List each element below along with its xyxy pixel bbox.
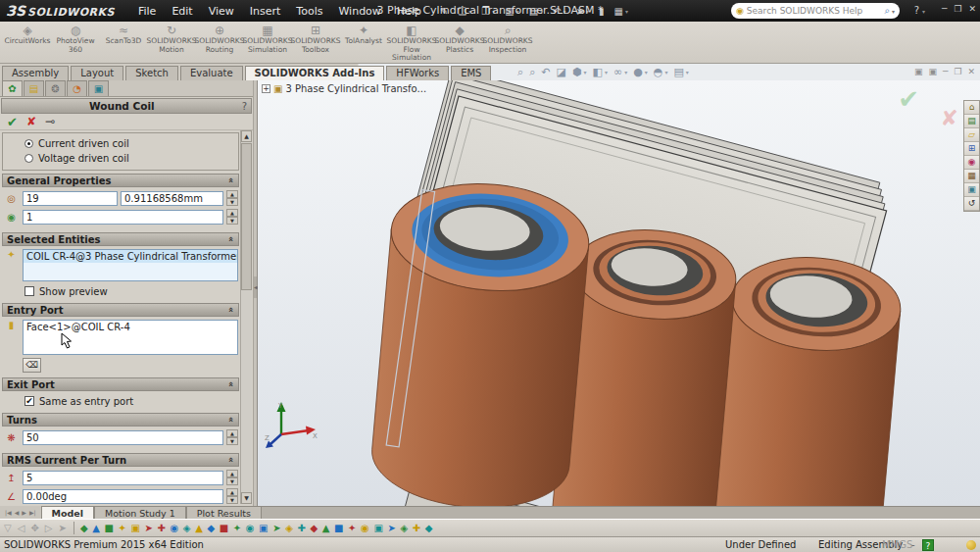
filter-tool-icon[interactable]: ▽ <box>4 523 12 533</box>
task-pane-tab[interactable]: ▤ <box>964 115 979 128</box>
ems-tool-icon[interactable]: ➤ <box>272 522 280 535</box>
ems-tool-icon[interactable]: ✚ <box>297 522 305 535</box>
menu-item[interactable]: Tools <box>288 2 330 21</box>
menu-item[interactable]: View <box>201 2 242 21</box>
manager-tab[interactable]: ▣ <box>88 80 109 96</box>
scroll-up-icon[interactable]: ▲ <box>241 130 252 142</box>
scroll-thumb[interactable] <box>241 143 252 290</box>
ribbon-addin-button[interactable]: ◍ PhotoView 360 <box>52 24 99 63</box>
window-button[interactable]: ─ <box>942 4 947 14</box>
graphics-area[interactable]: + ▣ 3 Phase Cylindrical Transfo... ✔ ✘ ⌂… <box>258 80 980 506</box>
command-tab[interactable]: EMS <box>451 66 491 80</box>
ems-tool-icon[interactable]: ◆ <box>425 522 433 535</box>
window-button[interactable]: ✕ <box>968 4 976 14</box>
manager-tab[interactable]: ❂ <box>45 80 66 96</box>
collapse-icon[interactable]: « <box>226 177 236 183</box>
ems-tool-icon[interactable]: ◈ <box>400 522 408 535</box>
help-status-icon[interactable]: ? <box>922 539 934 551</box>
filter-tool-icon[interactable]: ▷ <box>45 523 53 533</box>
document-tab[interactable]: Motion Study 1 <box>94 506 186 519</box>
doc-window-button[interactable]: ─ <box>943 67 948 76</box>
filter-tool-icon[interactable]: ✥ <box>30 523 38 533</box>
section-header[interactable]: Selected Entities « <box>2 232 239 246</box>
ribbon-addin-button[interactable]: ⊕ SOLIDWORKS Routing <box>196 24 243 63</box>
help-menu-button[interactable]: ? <box>914 5 925 16</box>
view-tool-icon[interactable]: ↶ <box>541 66 550 78</box>
turns-input[interactable]: 50 <box>23 430 223 445</box>
tab-scroll-icon[interactable]: ◀ <box>15 509 20 516</box>
view-tool-icon[interactable]: ⌕ <box>529 66 535 78</box>
spinner[interactable]: ▲▼ <box>226 470 238 485</box>
document-tab[interactable]: Plot Results <box>186 506 262 519</box>
ems-tool-icon[interactable]: ▣ <box>373 522 382 535</box>
selected-entities-list[interactable]: COIL CR-4@3 Phase Cylindrical Transforme… <box>23 249 238 281</box>
show-preview-option[interactable]: Show preview <box>24 284 238 298</box>
ribbon-addin-button[interactable]: ◈ CircuitWorks <box>4 24 51 63</box>
wire-gauge-input[interactable]: 19 <box>23 191 118 206</box>
ribbon-addin-button[interactable]: ✦ TolAnalyst <box>340 24 387 63</box>
entry-port-item[interactable]: Face<1>@COIL CR-4 <box>24 321 237 333</box>
view-tool-icon[interactable]: ∞ <box>613 66 627 78</box>
selected-entity-item[interactable]: COIL CR-4@3 Phase Cylindrical Transforme… <box>24 250 237 263</box>
scroll-down-icon[interactable]: ▼ <box>241 492 252 504</box>
task-pane-tab[interactable]: ▦ <box>964 170 979 183</box>
doc-window-button[interactable]: ▣ <box>928 67 937 76</box>
view-tool-icon[interactable]: ⬢ <box>572 66 587 78</box>
ems-tool-icon[interactable]: ▲ <box>322 522 330 535</box>
command-tab[interactable]: Assembly <box>2 66 69 80</box>
ribbon-addin-button[interactable]: ◆ SOLIDWORKS Plastics <box>436 24 483 63</box>
section-header[interactable]: Exit Port « <box>2 377 239 391</box>
search-icon[interactable]: ⌕ <box>884 5 890 17</box>
manager-tab[interactable]: ✿ <box>2 80 23 96</box>
wire-diameter-input[interactable]: 0.91168568mm <box>121 191 223 206</box>
window-button[interactable]: ❐ <box>954 4 961 14</box>
ems-tool-icon[interactable]: ▲ <box>92 522 100 535</box>
ribbon-addin-button[interactable]: ◧ SOLIDWORKS Flow Simulation <box>388 24 435 63</box>
radio-selected-icon[interactable] <box>24 139 33 148</box>
view-tool-icon[interactable]: ▤ <box>673 66 688 78</box>
current-input[interactable]: 5 <box>23 471 223 485</box>
current-driven-option[interactable]: Current driven coil <box>24 136 238 151</box>
radio-unselected-icon[interactable] <box>24 154 33 163</box>
ems-tool-icon[interactable]: ■ <box>104 522 113 535</box>
ems-tool-icon[interactable]: ◈ <box>183 522 191 535</box>
entry-port-list[interactable]: Face<1>@COIL CR-4 <box>23 320 238 355</box>
ems-tool-icon[interactable]: ✦ <box>348 522 356 535</box>
panel-help-button[interactable]: ? <box>242 101 247 112</box>
ems-tool-icon[interactable]: ■ <box>220 522 228 535</box>
command-tab[interactable]: HFWorks <box>386 66 449 80</box>
checkbox-checked[interactable]: ✔ <box>24 396 34 406</box>
section-header[interactable]: Entry Port « <box>2 303 239 317</box>
ems-tool-icon[interactable]: ◈ <box>285 522 293 535</box>
ems-tool-icon[interactable]: ■ <box>334 522 343 535</box>
manager-tab[interactable]: ▤ <box>24 80 44 96</box>
ems-tool-icon[interactable]: ◉ <box>171 522 179 535</box>
ribbon-addin-button[interactable]: ⌕ SOLIDWORKS Inspection <box>484 24 531 63</box>
doc-window-button[interactable]: ✕ <box>967 67 975 76</box>
doc-window-button[interactable]: ❐ <box>954 67 961 76</box>
ems-tool-icon[interactable]: ➤ <box>387 522 395 535</box>
task-pane-tab[interactable]: ↺ <box>964 197 979 211</box>
spinner[interactable]: ▲▼ <box>226 190 238 206</box>
section-header[interactable]: RMS Current Per Turn « <box>2 453 239 467</box>
confirm-ok-watermark-icon[interactable]: ✔ <box>898 84 919 114</box>
ribbon-addin-button[interactable]: ↻ SOLIDWORKS Motion <box>148 24 195 63</box>
filter-tool-icon[interactable]: ◁ <box>18 523 25 533</box>
menu-item[interactable]: File <box>130 2 164 21</box>
document-tab[interactable]: Model <box>41 506 94 519</box>
ems-tool-icon[interactable]: ▣ <box>131 522 140 535</box>
ems-tool-icon[interactable]: ✦ <box>119 522 126 535</box>
menu-item[interactable]: Edit <box>164 2 200 21</box>
cancel-button[interactable]: ✘ <box>26 115 36 128</box>
ems-tool-icon[interactable]: ▣ <box>259 522 268 535</box>
section-header[interactable]: General Properties « <box>2 174 239 187</box>
confirm-cancel-watermark-icon[interactable]: ✘ <box>941 106 958 130</box>
task-pane-tab[interactable]: ▱ <box>964 128 979 142</box>
same-as-entry-option[interactable]: ✔ Same as entry port <box>24 394 238 408</box>
ems-tool-icon[interactable]: ▲ <box>195 522 203 535</box>
menu-item[interactable]: Insert <box>242 2 289 21</box>
search-input[interactable]: ◉ Search SOLIDWORKS Help ⌕ ▾ <box>731 3 900 19</box>
pin-button[interactable]: ⊸ <box>45 115 55 128</box>
ribbon-addin-button[interactable]: ▦ SOLIDWORKS Simulation <box>244 24 291 63</box>
command-tab[interactable]: SOLIDWORKS Add-Ins <box>245 66 385 80</box>
